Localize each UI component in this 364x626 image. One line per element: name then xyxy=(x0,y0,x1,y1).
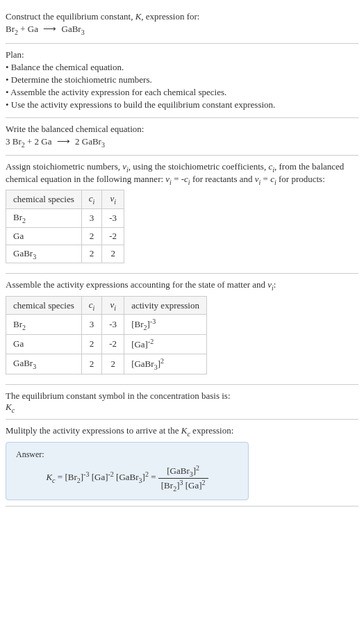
unbalanced-equation: Br2 + Ga ⟶ GaBr3 xyxy=(6,24,358,36)
cell-species: Br2 xyxy=(6,208,82,227)
cell-v: -3 xyxy=(102,315,124,335)
table-row: Br2 3 -3 [Br2]-3 xyxy=(6,315,207,335)
cell-v: 2 xyxy=(102,354,124,374)
table-header-row: chemical species ci νi xyxy=(6,190,124,209)
cell-species: Ga xyxy=(6,335,82,354)
cell-expr: [Ga]-2 xyxy=(124,335,207,354)
cell-v: -2 xyxy=(102,227,124,245)
stoich-section: Assign stoichiometric numbers, νi, using… xyxy=(6,156,358,274)
table-row: Ga 2 -2 [Ga]-2 xyxy=(6,335,207,354)
answer-label: Answer: xyxy=(16,450,238,460)
col-v: νi xyxy=(102,296,124,315)
plan-list: • Balance the chemical equation. • Deter… xyxy=(6,62,358,110)
cell-v: -3 xyxy=(102,208,124,227)
table-row: GaBr3 2 2 [GaBr3]2 xyxy=(6,354,207,374)
col-c: ci xyxy=(81,190,102,209)
col-c: ci xyxy=(81,296,102,315)
activity-section: Assemble the activity expressions accoun… xyxy=(6,274,358,384)
cell-c: 2 xyxy=(81,245,102,263)
cell-c: 3 xyxy=(81,315,102,335)
table-row: GaBr3 2 2 xyxy=(6,245,124,263)
cell-species: Ga xyxy=(6,227,82,245)
answer-box: Answer: Kc = [Br2]-3 [Ga]-2 [GaBr3]2 = [… xyxy=(6,442,249,500)
plan-item: • Balance the chemical equation. xyxy=(6,62,358,73)
balanced-title: Write the balanced chemical equation: xyxy=(6,124,358,135)
plan-item: • Determine the stoichiometric numbers. xyxy=(6,74,358,85)
table-row: Ga 2 -2 xyxy=(6,227,124,245)
plan-section: Plan: • Balance the chemical equation. •… xyxy=(6,44,358,118)
activity-table: chemical species ci νi activity expressi… xyxy=(6,296,207,374)
plan-title: Plan: xyxy=(6,49,358,60)
stoich-intro: Assign stoichiometric numbers, νi, using… xyxy=(6,161,358,186)
table-header-row: chemical species ci νi activity expressi… xyxy=(6,296,207,315)
plan-item: • Use the activity expressions to build … xyxy=(6,99,358,110)
cell-c: 2 xyxy=(81,335,102,354)
activity-intro: Assemble the activity expressions accoun… xyxy=(6,279,358,292)
col-species: chemical species xyxy=(6,296,82,315)
cell-v: -2 xyxy=(102,335,124,354)
stoich-table: chemical species ci νi Br2 3 -3 Ga 2 -2 … xyxy=(6,190,124,263)
answer-formula: Kc = [Br2]-3 [Ga]-2 [GaBr3]2 = [GaBr3]2 … xyxy=(16,464,238,493)
symbol-section: The equilibrium constant symbol in the c… xyxy=(6,385,358,420)
cell-c: 2 xyxy=(81,227,102,245)
final-section: Mulitply the activity expressions to arr… xyxy=(6,420,358,506)
balanced-section: Write the balanced chemical equation: 3 … xyxy=(6,118,358,156)
cell-species: GaBr3 xyxy=(6,245,82,263)
plan-item: • Assemble the activity expression for e… xyxy=(6,87,358,98)
construct-title: Construct the equilibrium constant, K, e… xyxy=(6,11,358,22)
header-section: Construct the equilibrium constant, K, e… xyxy=(6,6,358,44)
symbol-intro: The equilibrium constant symbol in the c… xyxy=(6,390,358,402)
cell-expr: [Br2]-3 xyxy=(124,315,207,335)
col-v: νi xyxy=(102,190,124,209)
cell-species: Br2 xyxy=(6,315,82,335)
cell-c: 2 xyxy=(81,354,102,374)
final-intro: Mulitply the activity expressions to arr… xyxy=(6,425,358,438)
cell-species: GaBr3 xyxy=(6,354,82,374)
col-expr: activity expression xyxy=(124,296,207,315)
col-species: chemical species xyxy=(6,190,82,209)
cell-c: 3 xyxy=(81,208,102,227)
cell-v: 2 xyxy=(102,245,124,263)
cell-expr: [GaBr3]2 xyxy=(124,354,207,374)
balanced-equation: 3 Br2 + 2 Ga ⟶ 2 GaBr3 xyxy=(6,136,358,149)
table-row: Br2 3 -3 xyxy=(6,208,124,227)
symbol-value: Kc xyxy=(6,402,358,414)
